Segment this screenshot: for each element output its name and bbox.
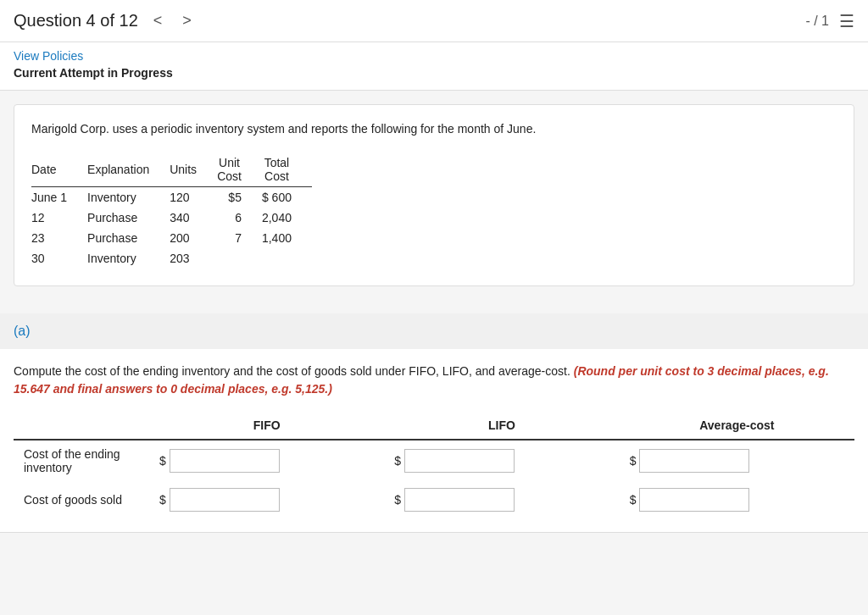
row4-units: 203 <box>170 248 217 269</box>
row2-date: 12 <box>31 208 87 228</box>
avg-ending-input-group: $ <box>630 449 844 473</box>
current-attempt-label: Current Attempt in Progress <box>14 66 173 80</box>
instruction-text: Compute the cost of the ending inventory… <box>14 363 854 398</box>
row2-explanation: Purchase <box>87 208 170 228</box>
header-right: - / 1 ☰ <box>805 11 854 31</box>
row2-unit-cost: 6 <box>217 208 262 228</box>
fifo-sold-input-group: $ <box>159 488 374 512</box>
lifo-ending-cell: $ <box>384 440 619 481</box>
avg-ending-input[interactable] <box>639 449 749 473</box>
inventory-table: Date Explanation Units Unit Cost Total C… <box>31 152 312 269</box>
table-row: June 1 Inventory 120 $5 $ 600 <box>31 187 312 208</box>
main-content: Marigold Corp. uses a periodic inventory… <box>0 91 868 313</box>
row4-explanation: Inventory <box>87 248 170 269</box>
menu-icon[interactable]: ☰ <box>839 11 854 31</box>
lifo-ending-input[interactable] <box>404 449 515 473</box>
answer-table: FIFO LIFO Average-cost Cost of the endin… <box>14 412 854 518</box>
part-a-label: (a) <box>14 324 31 338</box>
answer-row-ending-inventory: Cost of the endinginventory $ $ $ <box>14 440 854 481</box>
question-intro-text: Marigold Corp. uses a periodic inventory… <box>31 122 837 136</box>
row4-total-cost <box>262 248 312 269</box>
fifo-sold-dollar: $ <box>159 493 166 507</box>
row2-units: 340 <box>170 208 217 228</box>
sub-header: View Policies Current Attempt in Progres… <box>0 42 868 91</box>
col-header-empty <box>14 412 149 440</box>
lifo-sold-input[interactable] <box>404 488 515 512</box>
avg-sold-cell: $ <box>620 481 854 518</box>
row3-total-cost: 1,400 <box>262 228 312 248</box>
row1-units: 120 <box>170 187 217 208</box>
avg-sold-input[interactable] <box>639 488 749 512</box>
avg-sold-dollar: $ <box>630 493 637 507</box>
row3-unit-cost: 7 <box>217 228 262 248</box>
prev-button[interactable]: < <box>148 10 168 31</box>
lifo-ending-input-group: $ <box>394 449 609 473</box>
row1-unit-cost: $5 <box>217 187 262 208</box>
lifo-ending-dollar: $ <box>394 454 401 468</box>
row1-total-cost: $ 600 <box>262 187 312 208</box>
row3-date: 23 <box>31 228 87 248</box>
part-a-header: (a) <box>0 313 868 349</box>
col-date: Date <box>31 152 87 187</box>
lifo-sold-cell: $ <box>384 481 619 518</box>
score-display: - / 1 <box>805 14 829 29</box>
row1-explanation: Inventory <box>87 187 170 208</box>
question-box: Marigold Corp. uses a periodic inventory… <box>14 104 854 286</box>
fifo-ending-cell: $ <box>149 440 384 481</box>
table-row: 12 Purchase 340 6 2,040 <box>31 208 312 228</box>
col-unit-cost: Unit Cost <box>217 152 262 187</box>
row4-unit-cost <box>217 248 262 269</box>
fifo-sold-input[interactable] <box>170 488 280 512</box>
ending-inventory-label: Cost of the endinginventory <box>14 440 149 481</box>
page-header: Question 4 of 12 < > - / 1 ☰ <box>0 0 868 42</box>
col-explanation: Explanation <box>87 152 170 187</box>
table-row: 23 Purchase 200 7 1,400 <box>31 228 312 248</box>
col-units: Units <box>170 152 217 187</box>
header-left: Question 4 of 12 < > <box>14 10 197 31</box>
col-header-fifo: FIFO <box>149 412 384 440</box>
row2-total-cost: 2,040 <box>262 208 312 228</box>
row3-units: 200 <box>170 228 217 248</box>
lifo-sold-dollar: $ <box>394 493 401 507</box>
avg-ending-dollar: $ <box>630 454 637 468</box>
lifo-sold-input-group: $ <box>394 488 609 512</box>
question-title: Question 4 of 12 <box>14 11 138 30</box>
table-row: 30 Inventory 203 <box>31 248 312 269</box>
next-button[interactable]: > <box>177 10 197 31</box>
col-header-avg: Average-cost <box>620 412 854 440</box>
fifo-ending-input[interactable] <box>170 449 280 473</box>
fifo-sold-cell: $ <box>149 481 384 518</box>
fifo-ending-dollar: $ <box>159 454 166 468</box>
row3-explanation: Purchase <box>87 228 170 248</box>
col-header-lifo: LIFO <box>384 412 619 440</box>
answer-row-goods-sold: Cost of goods sold $ $ $ <box>14 481 854 518</box>
goods-sold-label: Cost of goods sold <box>14 481 149 518</box>
view-policies-link[interactable]: View Policies <box>14 49 854 63</box>
avg-sold-input-group: $ <box>630 488 844 512</box>
row1-date: June 1 <box>31 187 87 208</box>
part-a-content: Compute the cost of the ending inventory… <box>0 349 868 533</box>
row4-date: 30 <box>31 248 87 269</box>
avg-ending-cell: $ <box>620 440 854 481</box>
col-total-cost: Total Cost <box>262 152 312 187</box>
fifo-ending-input-group: $ <box>159 449 374 473</box>
instruction-regular: Compute the cost of the ending inventory… <box>14 364 570 378</box>
